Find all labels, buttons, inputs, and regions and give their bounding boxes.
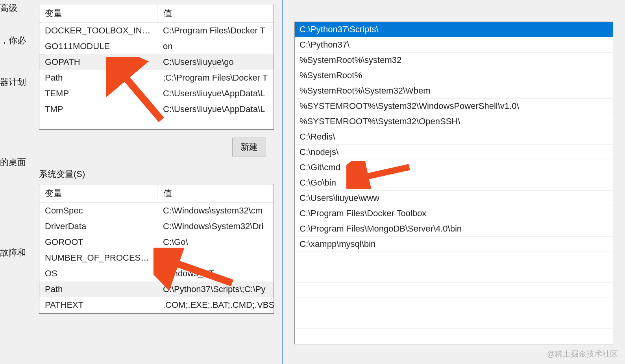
path-item[interactable]: %SystemRoot%: [295, 68, 613, 83]
var-name: GO111MODULE: [39, 41, 157, 51]
side-frag-4: 的桌面: [0, 156, 28, 168]
path-item-blank[interactable]: [295, 313, 613, 329]
var-name: ComSpec: [39, 206, 157, 216]
var-name: NUMBER_OF_PROCESSORS: [39, 253, 157, 263]
path-item[interactable]: C:\Users\liuyue\www: [295, 191, 613, 206]
table-row[interactable]: GOPATH C:\Users\liuyue\go: [39, 54, 274, 70]
side-frag-3: 器计划: [0, 76, 28, 88]
var-value: C:\Python37\Scripts\;C:\Py: [157, 284, 274, 294]
path-item[interactable]: C:\Program Files\Docker Toolbox: [295, 206, 613, 221]
var-name: GOROOT: [39, 237, 157, 247]
var-value: 4: [157, 253, 274, 263]
var-value: C:\Users\liuyue\go: [157, 57, 274, 67]
path-item-blank[interactable]: [295, 267, 613, 283]
path-item[interactable]: %SYSTEMROOT%\System32\OpenSSH\: [295, 114, 613, 129]
watermark: @稀土掘金技术社区: [547, 349, 618, 359]
new-button[interactable]: 新建: [232, 138, 266, 156]
var-value: C:\Windows\System32\Dri: [157, 221, 274, 232]
path-item[interactable]: %SYSTEMROOT%\System32\WindowsPowerShell\…: [295, 99, 613, 114]
path-item[interactable]: C:\Python37\: [295, 37, 613, 53]
user-vars-table[interactable]: 变量 值 DOCKER_TOOLBOX_INST... C:\Program F…: [39, 4, 274, 130]
table-row[interactable]: GOROOT C:\Go\: [39, 234, 274, 250]
var-name: DOCKER_TOOLBOX_INST...: [39, 26, 157, 36]
col-header-value[interactable]: 值: [157, 4, 274, 22]
path-item[interactable]: C:\Go\bin: [295, 175, 613, 191]
path-item[interactable]: C:\Python37\Scripts\: [295, 22, 613, 37]
var-value: on: [157, 41, 274, 51]
table-row[interactable]: DriverData C:\Windows\System32\Dri: [39, 219, 274, 234]
side-frag-2: ，你必: [0, 35, 28, 46]
path-item-blank[interactable]: [295, 298, 613, 313]
var-name: OS: [39, 268, 157, 279]
var-name: TEMP: [39, 88, 157, 99]
table-row[interactable]: GO111MODULE on: [39, 39, 274, 54]
var-value: Windows_NT: [157, 268, 274, 279]
var-name: DriverData: [39, 221, 157, 232]
path-item[interactable]: C:\nodejs\: [295, 145, 613, 160]
path-item[interactable]: %SystemRoot%\system32: [295, 53, 613, 68]
table-row[interactable]: NUMBER_OF_PROCESSORS 4: [39, 250, 274, 266]
env-vars-dialog: 变量 值 DOCKER_TOOLBOX_INST... C:\Program F…: [31, 0, 282, 364]
col-header-value[interactable]: 值: [157, 184, 274, 202]
path-item-blank[interactable]: [295, 283, 613, 298]
path-list[interactable]: C:\Python37\Scripts\ C:\Python37\ %Syste…: [294, 22, 613, 344]
table-row[interactable]: ComSpec C:\Windows\system32\cm: [39, 203, 274, 219]
user-vars-body: DOCKER_TOOLBOX_INST... C:\Program Files\…: [39, 23, 274, 117]
table-row[interactable]: Path ;C:\Program Files\Docker T: [39, 70, 274, 86]
path-item-blank[interactable]: [295, 329, 613, 344]
var-name: Path: [39, 73, 157, 83]
system-vars-label: 系统变量(S): [39, 168, 282, 180]
table-row[interactable]: TMP C:\Users\liuyue\AppData\L: [39, 101, 274, 117]
table-row[interactable]: Path C:\Python37\Scripts\;C:\Py: [39, 281, 274, 297]
var-value: ;C:\Program Files\Docker T: [157, 73, 274, 83]
var-name: PATHEXT: [39, 300, 157, 310]
var-name: TMP: [39, 104, 157, 114]
var-value: C:\Windows\system32\cm: [157, 206, 274, 216]
path-item-blank[interactable]: [295, 252, 613, 267]
var-name: Path: [39, 284, 157, 294]
system-vars-table[interactable]: 变量 值 ComSpec C:\Windows\system32\cm Driv…: [39, 184, 274, 314]
side-frag-advanced: 高级: [0, 2, 28, 14]
path-item[interactable]: C:\Redis\: [295, 129, 613, 145]
path-item[interactable]: C:\Program Files\MongoDB\Server\4.0\bin: [295, 221, 613, 237]
var-value: C:\Program Files\Docker T: [157, 26, 274, 36]
side-frag-5: 故障和: [0, 247, 28, 259]
path-item[interactable]: C:\xampp\mysql\bin: [295, 237, 613, 252]
system-vars-body: ComSpec C:\Windows\system32\cm DriverDat…: [39, 203, 274, 313]
col-header-variable[interactable]: 变量: [39, 184, 157, 202]
var-name: GOPATH: [39, 57, 157, 67]
col-header-variable[interactable]: 变量: [39, 4, 157, 22]
path-editor-dialog: C:\Python37\Scripts\ C:\Python37\ %Syste…: [282, 0, 625, 364]
var-value: C:\Users\liuyue\AppData\L: [157, 104, 274, 114]
var-value: .COM;.EXE;.BAT;.CMD;.VBS: [157, 300, 274, 310]
table-row[interactable]: TEMP C:\Users\liuyue\AppData\L: [39, 86, 274, 101]
table-row[interactable]: OS Windows_NT: [39, 266, 274, 281]
var-value: C:\Go\: [157, 237, 274, 247]
path-item[interactable]: %SystemRoot%\System32\Wbem: [295, 83, 613, 99]
table-row[interactable]: PATHEXT .COM;.EXE;.BAT;.CMD;.VBS: [39, 297, 274, 313]
path-item[interactable]: C:\Git\cmd: [295, 160, 613, 175]
table-row[interactable]: DOCKER_TOOLBOX_INST... C:\Program Files\…: [39, 23, 274, 39]
var-value: C:\Users\liuyue\AppData\L: [157, 88, 274, 99]
